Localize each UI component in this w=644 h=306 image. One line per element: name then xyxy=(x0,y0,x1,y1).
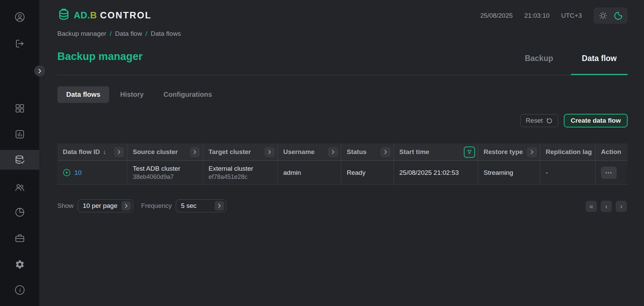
logo-part-ad: AD. xyxy=(74,10,90,20)
logo-text: AD.BCONTROL xyxy=(74,10,152,21)
column-header-status[interactable]: Status xyxy=(341,143,394,161)
create-data-flow-button[interactable]: Create data flow xyxy=(564,114,628,127)
column-header-source-cluster[interactable]: Source cluster xyxy=(127,143,203,161)
users-icon xyxy=(14,182,25,193)
gear-icon xyxy=(15,259,25,270)
pagination: « ‹ › xyxy=(586,201,627,212)
column-menu-button[interactable] xyxy=(381,147,391,157)
briefcase-icon xyxy=(14,233,25,244)
first-page-icon: « xyxy=(589,202,593,210)
prev-page-button[interactable]: ‹ xyxy=(601,201,612,212)
column-label: Restore type xyxy=(484,148,523,156)
column-menu-button[interactable] xyxy=(190,147,200,157)
subtab-data-flows[interactable]: Data flows xyxy=(57,86,109,103)
page-size-select[interactable]: 10 per page xyxy=(78,199,133,212)
subtab-configurations[interactable]: Configurations xyxy=(155,86,221,103)
breadcrumb-data-flows[interactable]: Data flows xyxy=(151,30,181,37)
bar-chart-icon xyxy=(14,129,25,140)
logo-part-control: CONTROL xyxy=(100,10,152,20)
table-row-cell-restore-type: Streaming xyxy=(478,161,540,185)
subtab-history[interactable]: History xyxy=(111,86,153,103)
tab-backup[interactable]: Backup xyxy=(514,54,564,75)
database-check-icon xyxy=(14,154,25,165)
table-row-cell-action: ••• xyxy=(596,161,628,185)
column-label: Source cluster xyxy=(133,148,178,156)
table-row-cell-id: 10 xyxy=(57,161,127,185)
table-row-cell-source-cluster: Test ADB cluster 38eb4060d9a7 xyxy=(127,161,203,185)
sidebar-item-profile[interactable] xyxy=(0,10,39,25)
breadcrumb-separator: / xyxy=(145,30,147,37)
chevron-down-icon xyxy=(215,201,224,211)
sidebar-item-info[interactable]: i xyxy=(0,282,39,297)
restore-type-value: Streaming xyxy=(484,169,513,177)
column-menu-button[interactable] xyxy=(114,147,124,157)
table-row-cell-replication-lag: - xyxy=(540,161,596,185)
status-value: Ready xyxy=(347,169,366,177)
sidebar-item-users[interactable] xyxy=(0,180,39,195)
column-menu-button[interactable] xyxy=(264,147,275,157)
sidebar-item-backup[interactable] xyxy=(0,152,39,167)
sort-desc-icon: ↓ xyxy=(103,148,106,156)
breadcrumb-separator: / xyxy=(110,30,112,37)
column-header-restore-type[interactable]: Restore type xyxy=(478,143,540,161)
column-header-username[interactable]: Username xyxy=(278,143,341,161)
column-label: Start time xyxy=(399,148,429,156)
sun-icon xyxy=(599,11,607,20)
frequency-select[interactable]: 5 sec xyxy=(176,199,226,212)
sidebar-item-jobs[interactable] xyxy=(0,231,39,246)
column-header-replication-lag[interactable]: Replication lag xyxy=(540,143,596,161)
next-page-button[interactable]: › xyxy=(616,201,627,212)
source-cluster-id: 38eb4060d9a7 xyxy=(133,173,174,181)
tabs-divider xyxy=(57,75,628,75)
column-header-start-time[interactable]: Start time xyxy=(394,143,478,161)
column-label: Action xyxy=(601,148,621,156)
grid-icon xyxy=(14,103,25,114)
reset-button-label: Reset xyxy=(526,117,543,124)
sidebar-item-settings[interactable] xyxy=(0,257,39,272)
reset-button[interactable]: Reset xyxy=(520,114,559,127)
play-button[interactable] xyxy=(63,169,71,177)
tab-data-flow[interactable]: Data flow xyxy=(571,54,628,75)
theme-toggle xyxy=(593,7,628,24)
sidebar-item-reports[interactable] xyxy=(0,205,39,220)
breadcrumb-data-flow[interactable]: Data flow xyxy=(115,30,142,37)
column-menu-button[interactable] xyxy=(527,147,537,157)
column-header-target-cluster[interactable]: Target cluster xyxy=(203,143,278,161)
filter-button[interactable] xyxy=(464,147,475,158)
sidebar-item-dashboard[interactable] xyxy=(0,101,39,116)
data-flows-table: Data flow ID ↓ Source cluster Target clu… xyxy=(57,143,628,185)
dark-theme-button[interactable] xyxy=(614,11,623,20)
funnel-icon xyxy=(467,150,472,155)
more-actions-icon: ••• xyxy=(605,170,613,175)
replication-lag-value: - xyxy=(546,169,548,177)
column-menu-button[interactable] xyxy=(328,147,338,157)
frequency-label: Frequency xyxy=(141,202,172,210)
column-label: Replication lag xyxy=(546,148,592,156)
row-actions-button[interactable]: ••• xyxy=(601,167,617,179)
light-theme-button[interactable] xyxy=(599,11,607,20)
chevron-down-icon xyxy=(121,201,131,211)
refresh-icon xyxy=(546,118,553,124)
start-time-value: 25/08/2025 21:02:53 xyxy=(399,169,459,177)
logo-part-b: B xyxy=(90,10,97,20)
sidebar-expand-button[interactable] xyxy=(34,65,45,76)
next-page-icon: › xyxy=(620,202,622,210)
frequency-value: 5 sec xyxy=(181,202,196,210)
chevron-right-icon xyxy=(38,69,41,73)
pie-chart-icon xyxy=(14,207,25,218)
target-cluster-name: External cluster xyxy=(209,165,253,172)
breadcrumb-backup-manager[interactable]: Backup manager xyxy=(57,30,106,37)
table-row-cell-start-time: 25/08/2025 21:02:53 xyxy=(394,161,478,185)
column-label: Username xyxy=(283,148,315,156)
first-page-button[interactable]: « xyxy=(586,201,597,212)
sidebar-item-logout[interactable] xyxy=(0,36,39,51)
clock-area: 25/08/2025 21:03:10 UTC+3 xyxy=(480,7,628,24)
sidebar-item-monitoring[interactable] xyxy=(0,127,39,142)
app-logo[interactable]: AD.BCONTROL xyxy=(57,8,152,22)
column-label: Data flow ID xyxy=(63,148,100,156)
column-header-data-flow-id[interactable]: Data flow ID ↓ xyxy=(57,143,127,161)
main-tabs: Backup Data flow xyxy=(514,54,628,75)
table-footer: Show 10 per page Frequency 5 sec xyxy=(57,199,226,212)
data-flow-id-link[interactable]: 10 xyxy=(74,169,82,177)
target-cluster-id: ef78a451e28c xyxy=(209,173,247,181)
